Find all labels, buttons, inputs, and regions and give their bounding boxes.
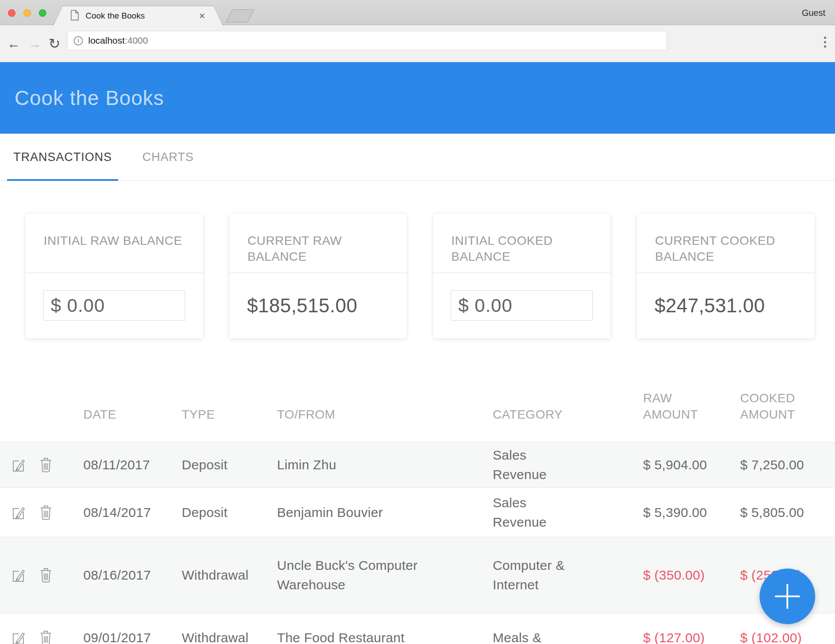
current-cooked-balance-value: $247,531.00 (655, 295, 765, 317)
tab-title: Cook the Books (86, 11, 199, 21)
browser-tab-strip: Cook the Books × Guest (0, 0, 835, 25)
cell-type: Withdrawal (182, 565, 277, 585)
browser-menu-icon[interactable] (824, 37, 826, 48)
cell-raw-amount: $ (350.00) (643, 565, 740, 585)
col-header-date: DATE (83, 406, 182, 423)
edit-icon[interactable] (11, 457, 26, 473)
guest-profile-label[interactable]: Guest (802, 8, 825, 18)
initial-cooked-balance-card: INITIAL COOKED BALANCE (433, 213, 610, 338)
cell-raw-amount: $ 5,390.00 (643, 503, 740, 522)
col-header-type: TYPE (182, 406, 277, 423)
col-header-raw-amount: RAW AMOUNT (643, 390, 714, 423)
card-label: CURRENT RAW BALANCE (229, 213, 407, 273)
address-bar[interactable]: i localhost:4000 (67, 31, 667, 50)
cell-cooked-amount: $ (102.00) (740, 628, 835, 644)
page-info-icon[interactable]: i (74, 36, 83, 45)
app-title: Cook the Books (0, 86, 164, 110)
back-icon[interactable]: ← (7, 25, 20, 62)
cell-category: Computer & Internet (493, 556, 585, 595)
col-header-to-from: TO/FROM (277, 406, 493, 423)
trash-icon[interactable] (39, 567, 53, 584)
initial-raw-balance-input[interactable] (43, 290, 185, 321)
card-label: INITIAL COOKED BALANCE (433, 213, 610, 273)
new-tab-button[interactable] (225, 9, 255, 22)
table-row: 09/01/2017 Withdrawal The Food Restauran… (0, 613, 835, 644)
cell-type: Withdrawal (182, 628, 277, 644)
cell-raw-amount: $ 5,904.00 (643, 455, 740, 475)
url-text[interactable]: localhost:4000 (88, 35, 148, 46)
current-raw-balance-value: $185,515.00 (247, 295, 357, 317)
col-header-category: CATEGORY (493, 406, 643, 423)
cell-date: 08/11/2017 (83, 455, 182, 475)
current-cooked-balance-card: CURRENT COOKED BALANCE $247,531.00 (637, 213, 814, 338)
cell-category: Sales Revenue (493, 493, 585, 532)
table-row: 08/16/2017 Withdrawal Uncle Buck's Compu… (0, 537, 835, 613)
zoom-window-button[interactable] (39, 9, 46, 17)
tab-charts[interactable]: CHARTS (118, 134, 218, 180)
balance-cards: INITIAL RAW BALANCE CURRENT RAW BALANCE … (0, 181, 835, 338)
table-row: 08/11/2017 Deposit Limin Zhu Sales Reven… (0, 442, 835, 487)
transactions-table-header: DATE TYPE TO/FROM CATEGORY RAW AMOUNT CO… (0, 338, 835, 442)
close-window-button[interactable] (8, 9, 15, 17)
cell-to-from: The Food Restaurant (277, 628, 440, 644)
cell-cooked-amount: $ 5,805.00 (740, 503, 835, 522)
cell-cooked-amount: $ 7,250.00 (740, 455, 835, 475)
url-port: :4000 (125, 35, 148, 45)
app-header: Cook the Books (0, 62, 835, 134)
url-host: localhost (88, 35, 125, 45)
cell-type: Deposit (182, 503, 277, 522)
cell-to-from: Limin Zhu (277, 455, 440, 475)
app-tab-bar: TRANSACTIONS CHARTS (0, 134, 835, 181)
trash-icon[interactable] (39, 457, 53, 473)
cell-date: 08/16/2017 (83, 565, 182, 585)
initial-cooked-balance-input[interactable] (451, 290, 593, 321)
cell-category: Sales Revenue (493, 446, 585, 484)
card-label: INITIAL RAW BALANCE (26, 213, 203, 273)
page-favicon (70, 10, 79, 22)
trash-icon[interactable] (39, 504, 53, 520)
edit-icon[interactable] (11, 629, 26, 644)
forward-icon: → (28, 25, 41, 62)
cell-to-from: Benjamin Bouvier (277, 503, 440, 522)
edit-icon[interactable] (11, 504, 26, 520)
cell-date: 09/01/2017 (83, 628, 182, 644)
edit-icon[interactable] (11, 567, 26, 584)
minimize-window-button[interactable] (23, 9, 31, 17)
close-tab-icon[interactable]: × (199, 11, 205, 21)
cell-type: Deposit (182, 455, 277, 475)
tab-transactions[interactable]: TRANSACTIONS (7, 134, 118, 180)
browser-toolbar: ← → ↻ i localhost:4000 (0, 25, 835, 62)
cell-raw-amount: $ (127.00) (643, 628, 740, 644)
window-controls (8, 9, 46, 17)
trash-icon[interactable] (39, 629, 53, 644)
initial-raw-balance-card: INITIAL RAW BALANCE (26, 213, 203, 338)
card-label: CURRENT COOKED BALANCE (637, 213, 814, 273)
cell-to-from: Uncle Buck's Computer Warehouse (277, 556, 440, 595)
cell-date: 08/14/2017 (83, 503, 182, 522)
current-raw-balance-card: CURRENT RAW BALANCE $185,515.00 (229, 213, 407, 338)
cell-category: Meals & (493, 628, 585, 644)
col-header-cooked-amount: COOKED AMOUNT (740, 390, 811, 423)
browser-tab[interactable]: Cook the Books × (53, 6, 223, 26)
add-transaction-button[interactable] (760, 569, 815, 624)
table-row: 08/14/2017 Deposit Benjamin Bouvier Sale… (0, 487, 835, 537)
reload-icon[interactable]: ↻ (49, 25, 60, 62)
